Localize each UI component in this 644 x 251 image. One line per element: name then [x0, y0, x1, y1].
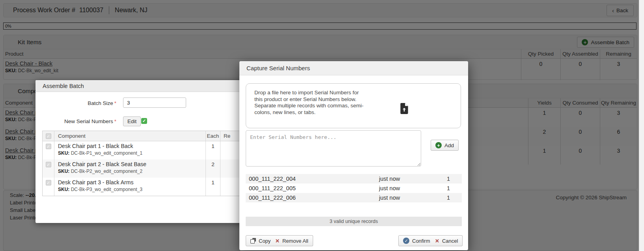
- component-name: Desk Chair part 1 - Black Back: [58, 143, 205, 149]
- capture-serial-numbers-modal: Capture Serial Numbers Drop a file here …: [239, 61, 468, 250]
- component-name: Desk Chair part 3 - Black Arms: [58, 179, 205, 185]
- list-item[interactable]: 000_111_222_004 just now 1: [246, 174, 462, 184]
- add-serials-button[interactable]: + Add: [431, 140, 459, 151]
- page: Process Work Order # 1100037 Newark, NJ …: [0, 0, 644, 251]
- capture-modal-title: Capture Serial Numbers: [239, 61, 468, 75]
- remove-all-button[interactable]: ✕ Remove All: [271, 235, 313, 246]
- copy-button-label: Copy: [259, 238, 271, 244]
- serial-value: 000_111_222_005: [246, 185, 379, 191]
- row-checkbox[interactable]: ✓: [46, 180, 51, 185]
- x-icon: ✕: [275, 238, 280, 244]
- list-item[interactable]: 000_111_222_005 just now 1: [246, 184, 462, 193]
- serial-value: 000_111_222_004: [246, 176, 379, 182]
- serial-value: 000_111_222_006: [246, 195, 379, 201]
- confirm-button-label: Confirm: [412, 238, 430, 244]
- list-empty-space: [246, 202, 462, 217]
- serials-valid-check-icon: ✓: [141, 118, 147, 124]
- row-checkbox[interactable]: ✓: [46, 162, 51, 167]
- edit-serials-button[interactable]: Edit: [123, 116, 141, 126]
- required-asterisk: *: [114, 100, 116, 106]
- serial-numbers-list: 000_111_222_004 just now 1 000_111_222_0…: [246, 174, 462, 226]
- component-name: Desk Chair part 2 - Black Seat Base: [58, 161, 205, 167]
- check-circle-icon: ✓: [403, 238, 409, 244]
- serial-numbers-textarea[interactable]: [246, 130, 421, 167]
- col-each: Each: [205, 131, 220, 141]
- file-drop-zone[interactable]: Drop a file here to import Serial Number…: [246, 83, 461, 128]
- col-component: Component: [54, 131, 205, 141]
- serial-count: 1: [434, 185, 462, 191]
- x-icon: ✕: [435, 238, 439, 244]
- vertical-scrollbar[interactable]: [639, 0, 644, 251]
- file-upload-icon: [399, 103, 409, 114]
- select-all-checkbox[interactable]: ✓: [46, 133, 51, 139]
- each-value: 2: [205, 159, 220, 178]
- remove-all-label: Remove All: [282, 238, 308, 244]
- valid-records-summary: 3 valid unique records: [246, 217, 462, 226]
- plus-circle-icon: +: [435, 142, 442, 148]
- cancel-button[interactable]: ✕ Cancel: [431, 235, 463, 246]
- copy-icon: [250, 238, 256, 244]
- row-checkbox[interactable]: ✓: [46, 144, 51, 149]
- serial-count: 1: [434, 176, 462, 182]
- each-value: 1: [205, 141, 220, 159]
- batch-size-input[interactable]: [123, 97, 186, 108]
- serial-count: 1: [434, 195, 462, 201]
- each-value: 1: [205, 178, 220, 196]
- confirm-button[interactable]: ✓ Confirm: [398, 235, 435, 246]
- serial-time: just now: [379, 195, 434, 201]
- add-button-label: Add: [444, 142, 454, 148]
- drop-zone-instructions: Drop a file here to import Serial Number…: [254, 90, 364, 116]
- required-asterisk: *: [114, 118, 116, 124]
- serial-time: just now: [379, 185, 434, 191]
- list-item[interactable]: 000_111_222_006 just now 1: [246, 193, 462, 202]
- new-serial-numbers-label: New Serial Numbers*: [35, 118, 116, 124]
- cancel-button-label: Cancel: [442, 238, 458, 244]
- serial-time: just now: [379, 176, 434, 182]
- batch-size-label: Batch Size*: [35, 100, 116, 106]
